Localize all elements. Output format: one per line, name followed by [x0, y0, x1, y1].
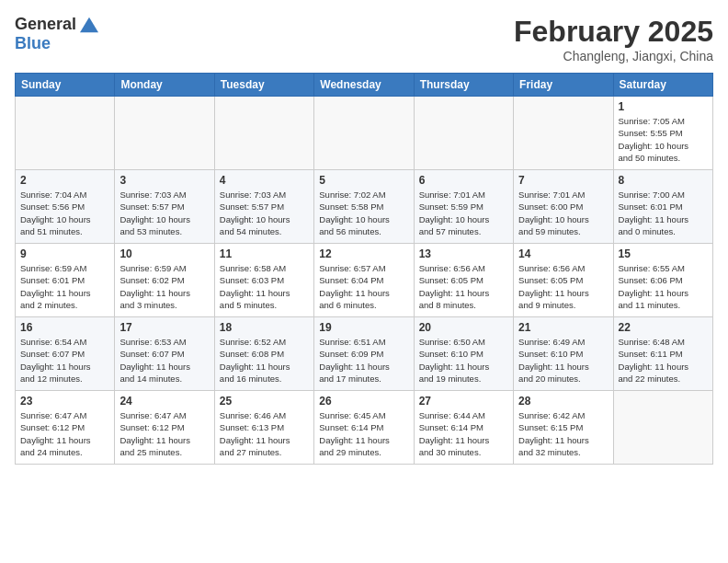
day-number: 8: [619, 174, 708, 187]
day-info: Sunrise: 6:46 AM Sunset: 6:13 PM Dayligh…: [220, 409, 309, 458]
day-number: 3: [119, 174, 209, 187]
day-info: Sunrise: 6:59 AM Sunset: 6:02 PM Dayligh…: [119, 262, 209, 311]
weekday-header-tuesday: Tuesday: [214, 74, 313, 97]
calendar-cell: [613, 391, 712, 465]
calendar-cell: 10Sunrise: 6:59 AM Sunset: 6:02 PM Dayli…: [115, 244, 214, 317]
weekday-header-monday: Monday: [115, 74, 214, 97]
calendar-week-row: 16Sunrise: 6:54 AM Sunset: 6:07 PM Dayli…: [16, 317, 713, 391]
day-number: 20: [419, 321, 508, 334]
calendar-cell: 27Sunrise: 6:44 AM Sunset: 6:14 PM Dayli…: [414, 391, 513, 465]
day-number: 26: [319, 395, 408, 408]
day-info: Sunrise: 6:52 AM Sunset: 6:08 PM Dayligh…: [220, 336, 309, 385]
weekday-header-sunday: Sunday: [16, 74, 115, 97]
calendar-cell: 15Sunrise: 6:55 AM Sunset: 6:06 PM Dayli…: [613, 244, 712, 317]
day-number: 10: [119, 247, 209, 260]
calendar-cell: [314, 97, 414, 170]
calendar-cell: 23Sunrise: 6:47 AM Sunset: 6:12 PM Dayli…: [16, 391, 115, 465]
calendar-cell: 17Sunrise: 6:53 AM Sunset: 6:07 PM Dayli…: [115, 317, 214, 391]
calendar-cell: 14Sunrise: 6:56 AM Sunset: 6:05 PM Dayli…: [514, 244, 613, 317]
day-number: 27: [419, 395, 508, 408]
day-number: 14: [518, 247, 608, 260]
calendar-cell: 18Sunrise: 6:52 AM Sunset: 6:08 PM Dayli…: [214, 317, 313, 391]
day-info: Sunrise: 7:01 AM Sunset: 5:59 PM Dayligh…: [419, 189, 508, 237]
day-info: Sunrise: 6:55 AM Sunset: 6:06 PM Dayligh…: [619, 262, 708, 311]
day-info: Sunrise: 6:54 AM Sunset: 6:07 PM Dayligh…: [20, 336, 109, 385]
day-number: 19: [319, 321, 408, 334]
weekday-header-wednesday: Wednesday: [314, 74, 414, 97]
day-number: 15: [619, 247, 708, 260]
calendar-cell: 11Sunrise: 6:58 AM Sunset: 6:03 PM Dayli…: [214, 244, 313, 317]
logo-icon: [80, 16, 98, 34]
day-info: Sunrise: 6:51 AM Sunset: 6:09 PM Dayligh…: [319, 336, 408, 385]
calendar-cell: 8Sunrise: 7:00 AM Sunset: 6:01 PM Daylig…: [613, 170, 712, 244]
day-info: Sunrise: 6:45 AM Sunset: 6:14 PM Dayligh…: [319, 409, 408, 458]
calendar-cell: 3Sunrise: 7:03 AM Sunset: 5:57 PM Daylig…: [115, 170, 214, 244]
day-number: 18: [220, 321, 309, 334]
day-number: 4: [220, 174, 309, 187]
calendar-cell: 1Sunrise: 7:05 AM Sunset: 5:55 PM Daylig…: [613, 97, 712, 170]
day-number: 24: [119, 395, 209, 408]
day-info: Sunrise: 7:03 AM Sunset: 5:57 PM Dayligh…: [119, 189, 209, 237]
day-number: 22: [619, 321, 708, 334]
calendar-cell: [514, 97, 613, 170]
day-number: 2: [20, 174, 109, 187]
day-info: Sunrise: 6:56 AM Sunset: 6:05 PM Dayligh…: [419, 262, 508, 311]
day-number: 12: [319, 247, 408, 260]
day-info: Sunrise: 7:01 AM Sunset: 6:00 PM Dayligh…: [518, 189, 608, 237]
day-number: 13: [419, 247, 508, 260]
calendar-cell: 20Sunrise: 6:50 AM Sunset: 6:10 PM Dayli…: [414, 317, 513, 391]
day-info: Sunrise: 6:53 AM Sunset: 6:07 PM Dayligh…: [119, 336, 209, 385]
calendar-cell: 6Sunrise: 7:01 AM Sunset: 5:59 PM Daylig…: [414, 170, 513, 244]
day-number: 11: [220, 247, 309, 260]
day-number: 1: [619, 100, 708, 113]
weekday-header-friday: Friday: [514, 74, 613, 97]
day-info: Sunrise: 6:49 AM Sunset: 6:10 PM Dayligh…: [518, 336, 608, 385]
calendar-cell: 21Sunrise: 6:49 AM Sunset: 6:10 PM Dayli…: [514, 317, 613, 391]
day-number: 21: [518, 321, 608, 334]
svg-marker-0: [80, 17, 98, 32]
day-info: Sunrise: 7:04 AM Sunset: 5:56 PM Dayligh…: [20, 189, 109, 237]
page-header: General Blue February 2025 Changleng, Ji…: [15, 15, 713, 63]
day-number: 28: [518, 395, 608, 408]
calendar-cell: [115, 97, 214, 170]
day-info: Sunrise: 6:47 AM Sunset: 6:12 PM Dayligh…: [119, 409, 209, 458]
calendar-cell: 4Sunrise: 7:03 AM Sunset: 5:57 PM Daylig…: [214, 170, 313, 244]
day-info: Sunrise: 7:00 AM Sunset: 6:01 PM Dayligh…: [619, 189, 708, 237]
day-info: Sunrise: 6:57 AM Sunset: 6:04 PM Dayligh…: [319, 262, 408, 311]
calendar-cell: 22Sunrise: 6:48 AM Sunset: 6:11 PM Dayli…: [613, 317, 712, 391]
month-title: February 2025: [514, 15, 713, 49]
day-number: 5: [319, 174, 408, 187]
logo-general-text: General: [15, 15, 76, 34]
calendar-week-row: 23Sunrise: 6:47 AM Sunset: 6:12 PM Dayli…: [16, 391, 713, 465]
day-info: Sunrise: 6:59 AM Sunset: 6:01 PM Dayligh…: [20, 262, 109, 311]
calendar-cell: 16Sunrise: 6:54 AM Sunset: 6:07 PM Dayli…: [16, 317, 115, 391]
location-subtitle: Changleng, Jiangxi, China: [514, 49, 713, 63]
calendar-cell: [414, 97, 513, 170]
calendar-cell: [16, 97, 115, 170]
calendar-cell: 2Sunrise: 7:04 AM Sunset: 5:56 PM Daylig…: [16, 170, 115, 244]
weekday-header-thursday: Thursday: [414, 74, 513, 97]
calendar-week-row: 9Sunrise: 6:59 AM Sunset: 6:01 PM Daylig…: [16, 244, 713, 317]
day-number: 16: [20, 321, 109, 334]
calendar-cell: 19Sunrise: 6:51 AM Sunset: 6:09 PM Dayli…: [314, 317, 414, 391]
calendar-cell: 9Sunrise: 6:59 AM Sunset: 6:01 PM Daylig…: [16, 244, 115, 317]
calendar-cell: 7Sunrise: 7:01 AM Sunset: 6:00 PM Daylig…: [514, 170, 613, 244]
day-number: 9: [20, 247, 109, 260]
logo: General Blue: [15, 15, 98, 53]
calendar-cell: 12Sunrise: 6:57 AM Sunset: 6:04 PM Dayli…: [314, 244, 414, 317]
calendar-cell: 24Sunrise: 6:47 AM Sunset: 6:12 PM Dayli…: [115, 391, 214, 465]
day-info: Sunrise: 7:03 AM Sunset: 5:57 PM Dayligh…: [220, 189, 309, 237]
calendar-cell: 26Sunrise: 6:45 AM Sunset: 6:14 PM Dayli…: [314, 391, 414, 465]
calendar-cell: [214, 97, 313, 170]
logo-blue-text: Blue: [15, 34, 51, 52]
weekday-header-row: SundayMondayTuesdayWednesdayThursdayFrid…: [16, 74, 713, 97]
title-block: February 2025 Changleng, Jiangxi, China: [514, 15, 713, 63]
weekday-header-saturday: Saturday: [613, 74, 712, 97]
day-info: Sunrise: 6:58 AM Sunset: 6:03 PM Dayligh…: [220, 262, 309, 311]
calendar-cell: 25Sunrise: 6:46 AM Sunset: 6:13 PM Dayli…: [214, 391, 313, 465]
day-number: 23: [20, 395, 109, 408]
day-info: Sunrise: 6:56 AM Sunset: 6:05 PM Dayligh…: [518, 262, 608, 311]
day-info: Sunrise: 6:44 AM Sunset: 6:14 PM Dayligh…: [419, 409, 508, 458]
day-info: Sunrise: 6:42 AM Sunset: 6:15 PM Dayligh…: [518, 409, 608, 458]
day-info: Sunrise: 6:50 AM Sunset: 6:10 PM Dayligh…: [419, 336, 508, 385]
